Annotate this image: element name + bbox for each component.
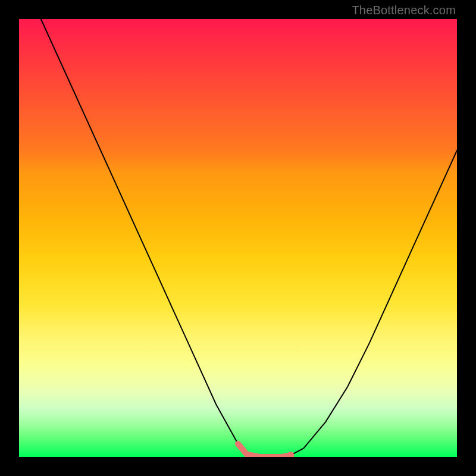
highlight-end-dot [287, 452, 294, 457]
watermark-text: TheBottleneck.com [352, 4, 456, 17]
bottleneck-highlight [238, 444, 290, 457]
curve-layer [19, 19, 457, 457]
plot-area [19, 19, 457, 457]
bottleneck-curve [41, 19, 457, 457]
chart-frame: TheBottleneck.com [0, 0, 476, 476]
